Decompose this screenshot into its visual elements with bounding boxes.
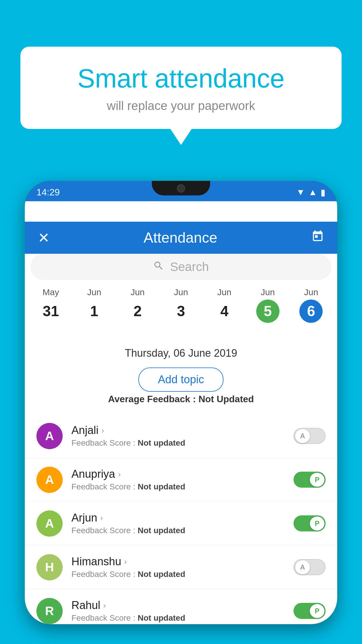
student-info: Anupriya ›Feedback Score : Not updated — [71, 468, 294, 491]
student-feedback: Feedback Score : Not updated — [71, 438, 294, 448]
avg-feedback-value: Not Updated — [198, 394, 254, 404]
avg-feedback-label: Average Feedback : — [108, 394, 198, 404]
date-col[interactable]: Jun2 — [126, 287, 149, 323]
date-month-label: Jun — [87, 287, 101, 297]
date-month-label: Jun — [304, 287, 318, 297]
attendance-toggle[interactable]: A — [294, 559, 326, 575]
avatar: A — [36, 423, 63, 449]
student-name: Rahul › — [71, 599, 294, 612]
date-number[interactable]: 3 — [169, 300, 193, 323]
front-camera — [177, 184, 185, 192]
search-placeholder: Search — [170, 260, 209, 274]
attendance-toggle[interactable]: P — [294, 603, 326, 619]
date-number[interactable]: 5 — [256, 300, 280, 323]
avatar: R — [36, 598, 63, 624]
date-number[interactable]: 1 — [82, 300, 106, 323]
list-item[interactable]: HHimanshu ›Feedback Score : Not updatedA — [25, 545, 337, 589]
date-month-label: Jun — [261, 287, 275, 297]
student-name: Anupriya › — [71, 468, 294, 480]
date-col[interactable]: Jun1 — [82, 287, 106, 323]
feedback-value: Not updated — [138, 613, 185, 622]
bubble-title: Smart attendance — [44, 64, 318, 93]
feedback-value: Not updated — [138, 526, 185, 535]
list-item[interactable]: AArjun ›Feedback Score : Not updatedP — [25, 502, 337, 545]
toggle-container: P — [294, 603, 326, 619]
toggle-knob: P — [310, 473, 324, 487]
phone-notch — [152, 181, 210, 195]
battery-icon: ▮ — [321, 187, 326, 197]
toggle-container: P — [294, 472, 326, 488]
student-info: Rahul ›Feedback Score : Not updated — [71, 599, 294, 623]
calendar-dates: May31Jun1Jun2Jun3Jun4Jun5Jun6 — [25, 287, 337, 323]
toggle-container: A — [294, 559, 326, 575]
feedback-value: Not updated — [138, 482, 185, 491]
student-name: Arjun › — [71, 512, 294, 524]
feedback-value: Not updated — [138, 570, 185, 579]
feedback-value: Not updated — [138, 438, 185, 447]
calendar-icon[interactable] — [311, 230, 324, 246]
average-feedback: Average Feedback : Not Updated — [25, 394, 337, 405]
phone-frame: 14:29 ▼ ▲ ▮ ✕ Attendance — [25, 181, 337, 624]
wifi-icon: ▼ — [296, 187, 305, 197]
selected-date-label: Thursday, 06 June 2019 — [25, 347, 337, 359]
date-col[interactable]: Jun5 — [256, 287, 280, 323]
student-info: Arjun ›Feedback Score : Not updated — [71, 512, 294, 535]
list-item[interactable]: AAnupriya ›Feedback Score : Not updatedP — [25, 458, 337, 502]
list-item[interactable]: AAnjali ›Feedback Score : Not updatedA — [25, 414, 337, 458]
signal-icon: ▲ — [308, 187, 317, 197]
avatar: A — [36, 467, 63, 493]
toggle-knob: P — [310, 604, 324, 618]
status-icons: ▼ ▲ ▮ — [296, 185, 326, 197]
chevron-right-icon: › — [118, 470, 121, 479]
student-name: Anjali › — [71, 424, 294, 437]
date-number[interactable]: 2 — [126, 300, 149, 323]
phone-container: 14:29 ▼ ▲ ▮ ✕ Attendance — [25, 181, 337, 644]
phone-screen: ✕ Attendance Search May31Jun — [25, 201, 337, 624]
date-number[interactable]: 4 — [213, 300, 236, 323]
speech-bubble: Smart attendance will replace your paper… — [20, 47, 342, 129]
date-month-label: May — [43, 287, 59, 297]
toggle-container: A — [294, 428, 326, 444]
attendance-toggle[interactable]: P — [294, 515, 326, 531]
student-feedback: Feedback Score : Not updated — [71, 570, 294, 579]
chevron-right-icon: › — [100, 513, 103, 523]
search-icon — [153, 260, 164, 274]
date-month-label: Jun — [174, 287, 188, 297]
chevron-right-icon: › — [124, 557, 127, 566]
student-name: Himanshu › — [71, 555, 294, 568]
toggle-container: P — [294, 515, 326, 531]
date-col[interactable]: May31 — [39, 287, 62, 323]
chevron-right-icon: › — [103, 601, 106, 610]
toggle-knob: P — [310, 517, 324, 531]
date-col[interactable]: Jun6 — [299, 287, 323, 323]
student-feedback: Feedback Score : Not updated — [71, 613, 294, 623]
date-month-label: Jun — [217, 287, 231, 297]
avatar: H — [36, 554, 63, 580]
list-item[interactable]: RRahul ›Feedback Score : Not updatedP — [25, 589, 337, 624]
student-info: Anjali ›Feedback Score : Not updated — [71, 424, 294, 448]
app-title: Attendance — [144, 229, 217, 246]
student-feedback: Feedback Score : Not updated — [71, 526, 294, 535]
app-header: ✕ Attendance — [25, 222, 337, 254]
close-button[interactable]: ✕ — [38, 230, 50, 246]
date-number[interactable]: 31 — [39, 300, 62, 323]
student-list: AAnjali ›Feedback Score : Not updatedAAA… — [25, 414, 337, 624]
attendance-toggle[interactable]: P — [294, 472, 326, 488]
date-number[interactable]: 6 — [299, 300, 323, 323]
date-col[interactable]: Jun4 — [213, 287, 236, 323]
toggle-knob: A — [295, 560, 310, 574]
status-time: 14:29 — [36, 185, 60, 198]
search-bar[interactable]: Search — [31, 254, 331, 280]
chevron-right-icon: › — [101, 426, 104, 435]
student-feedback: Feedback Score : Not updated — [71, 482, 294, 491]
attendance-toggle[interactable]: A — [294, 428, 326, 444]
avatar: A — [36, 510, 63, 537]
date-col[interactable]: Jun3 — [169, 287, 193, 323]
bubble-subtitle: will replace your paperwork — [44, 99, 318, 113]
date-month-label: Jun — [131, 287, 145, 297]
add-topic-button[interactable]: Add topic — [138, 368, 224, 392]
toggle-knob: A — [295, 429, 310, 443]
student-info: Himanshu ›Feedback Score : Not updated — [71, 555, 294, 579]
